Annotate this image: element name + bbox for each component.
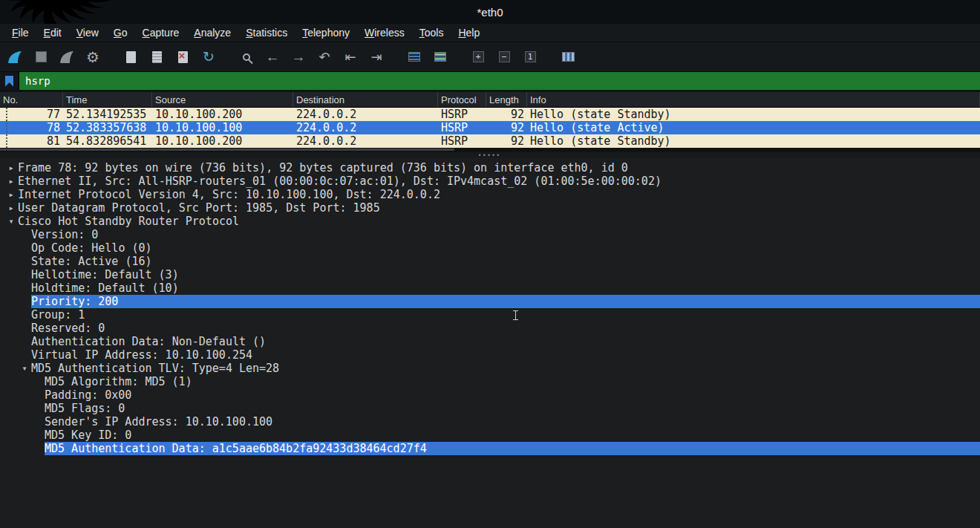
find-packet-button[interactable] bbox=[238, 48, 255, 66]
expand-icon[interactable] bbox=[4, 201, 18, 215]
detail-line-auth-data[interactable]: Authentication Data: Non-Default () bbox=[0, 335, 980, 348]
indent-spacer bbox=[31, 442, 45, 455]
resize-columns-button[interactable] bbox=[559, 48, 577, 66]
pane-splitter[interactable]: ••••• bbox=[0, 152, 980, 158]
detail-line-md5-tlv[interactable]: MD5 Authentication TLV: Type=4 Len=28 bbox=[0, 362, 980, 375]
reload-icon bbox=[200, 49, 217, 65]
indent-spacer bbox=[31, 415, 45, 428]
detail-line-sender-ip[interactable]: Sender's IP Address: 10.10.100.100 bbox=[0, 415, 980, 428]
packet-list-header: No. Time Source Destination Protocol Len… bbox=[0, 92, 980, 108]
packet-row-77[interactable]: 77 52.134192535 10.10.100.200 224.0.0.2 … bbox=[0, 108, 980, 121]
menu-view[interactable]: View bbox=[69, 25, 106, 41]
menu-statistics[interactable]: Statistics bbox=[238, 25, 295, 41]
expand-icon[interactable] bbox=[4, 161, 18, 175]
indent-spacer bbox=[31, 402, 45, 415]
menu-help[interactable]: Help bbox=[451, 25, 487, 41]
detail-line-holdtime[interactable]: Holdtime: Default (10) bbox=[0, 281, 980, 295]
indent-spacer bbox=[4, 268, 18, 281]
collapse-icon[interactable] bbox=[4, 215, 18, 228]
menu-file[interactable]: File bbox=[4, 25, 36, 41]
zoom-original-button[interactable] bbox=[521, 48, 539, 66]
detail-line-version[interactable]: Version: 0 bbox=[0, 228, 980, 241]
detail-line-priority-selected[interactable]: Priority: 200 bbox=[0, 295, 980, 308]
detail-line-state[interactable]: State: Active (16) bbox=[0, 255, 980, 268]
menu-wireless[interactable]: Wireless bbox=[357, 25, 412, 41]
detail-line-frame[interactable]: Frame 78: 92 bytes on wire (736 bits), 9… bbox=[0, 161, 980, 175]
go-forward-button[interactable] bbox=[290, 48, 307, 66]
detail-line-hsrp[interactable]: Cisco Hot Standby Router Protocol bbox=[0, 215, 980, 228]
zoom-out-button[interactable] bbox=[495, 48, 513, 66]
column-header-destination[interactable]: Destination bbox=[293, 92, 438, 107]
indent-spacer bbox=[31, 375, 45, 388]
packet-row-78-selected[interactable]: 78 52.383357638 10.10.100.100 224.0.0.2 … bbox=[0, 121, 980, 134]
indent-spacer bbox=[4, 402, 18, 415]
packet-row-81[interactable]: 81 54.832896541 10.10.100.200 224.0.0.2 … bbox=[0, 134, 980, 148]
detail-line-virtual-ip[interactable]: Virtual IP Address: 10.10.100.254 bbox=[0, 348, 980, 362]
detail-line-group[interactable]: Group: 1 bbox=[0, 308, 980, 322]
indent-spacer bbox=[31, 388, 45, 402]
column-header-length[interactable]: Length bbox=[486, 92, 527, 107]
back-arrow-icon bbox=[264, 49, 281, 65]
go-last-packet-button[interactable] bbox=[368, 48, 385, 66]
zoom-in-button[interactable] bbox=[469, 48, 487, 66]
detail-line-ip[interactable]: Internet Protocol Version 4, Src: 10.10.… bbox=[0, 188, 980, 201]
expand-icon[interactable] bbox=[4, 188, 18, 201]
start-capture-button[interactable] bbox=[6, 48, 24, 66]
last-packet-icon bbox=[368, 49, 385, 65]
cell-protocol: HSRP bbox=[438, 134, 486, 148]
indent-spacer bbox=[4, 375, 18, 388]
detail-line-md5-flags[interactable]: MD5 Flags: 0 bbox=[0, 402, 980, 415]
open-file-button[interactable] bbox=[122, 48, 140, 66]
close-file-button[interactable]: × bbox=[174, 48, 192, 66]
filter-bookmark-button[interactable] bbox=[0, 72, 19, 90]
column-header-protocol[interactable]: Protocol bbox=[438, 92, 486, 107]
go-back-button[interactable] bbox=[264, 48, 281, 66]
packet-rows: 77 52.134192535 10.10.100.200 224.0.0.2 … bbox=[0, 108, 980, 148]
detail-line-hellotime[interactable]: Hellotime: Default (3) bbox=[0, 268, 980, 281]
indent-spacer bbox=[18, 281, 31, 295]
detail-line-padding[interactable]: Padding: 0x00 bbox=[0, 388, 980, 402]
start-capture-icon bbox=[7, 49, 23, 65]
display-filter-input[interactable] bbox=[19, 72, 980, 90]
auto-scroll-icon bbox=[406, 49, 422, 65]
detail-line-md5-key-id[interactable]: MD5 Key ID: 0 bbox=[0, 428, 980, 442]
column-header-source[interactable]: Source bbox=[152, 92, 293, 107]
column-header-info[interactable]: Info bbox=[527, 92, 980, 107]
detail-line-ethernet[interactable]: Ethernet II, Src: All-HSRP-routers_01 (0… bbox=[0, 175, 980, 188]
go-first-packet-button[interactable] bbox=[342, 48, 359, 66]
reload-file-button[interactable] bbox=[200, 48, 218, 66]
collapse-icon[interactable] bbox=[18, 362, 31, 375]
auto-scroll-button[interactable] bbox=[405, 48, 423, 66]
expand-icon[interactable] bbox=[4, 175, 18, 188]
resize-columns-icon bbox=[560, 49, 576, 65]
scrollbar-handle[interactable] bbox=[0, 149, 454, 151]
detail-line-udp[interactable]: User Datagram Protocol, Src Port: 1985, … bbox=[0, 201, 980, 215]
restart-capture-icon bbox=[59, 49, 75, 65]
capture-options-button[interactable] bbox=[84, 48, 102, 66]
cell-no: 81 bbox=[0, 134, 63, 148]
detail-line-opcode[interactable]: Op Code: Hello (0) bbox=[0, 241, 980, 255]
menu-tools[interactable]: Tools bbox=[412, 25, 451, 41]
indent-spacer bbox=[18, 268, 31, 281]
detail-line-reserved[interactable]: Reserved: 0 bbox=[0, 322, 980, 335]
menu-go[interactable]: Go bbox=[106, 25, 135, 41]
indent-spacer bbox=[4, 348, 18, 362]
menu-capture[interactable]: Capture bbox=[135, 25, 187, 41]
column-header-no[interactable]: No. bbox=[0, 92, 63, 107]
column-header-time[interactable]: Time bbox=[63, 92, 152, 107]
indent-spacer bbox=[18, 308, 31, 322]
indent-spacer bbox=[18, 388, 31, 402]
detail-line-md5-algorithm[interactable]: MD5 Algorithm: MD5 (1) bbox=[0, 375, 980, 388]
stop-capture-button[interactable] bbox=[32, 48, 50, 66]
detail-line-md5-auth-data-selected[interactable]: MD5 Authentication Data: a1c5aae6b84b2fa… bbox=[0, 442, 980, 455]
menu-analyze[interactable]: Analyze bbox=[186, 25, 238, 41]
menu-telephony[interactable]: Telephony bbox=[295, 25, 357, 41]
indent-spacer bbox=[18, 241, 31, 255]
go-to-packet-button[interactable] bbox=[316, 48, 333, 66]
menu-edit[interactable]: Edit bbox=[36, 25, 69, 41]
stop-capture-icon bbox=[33, 49, 49, 65]
save-file-button[interactable] bbox=[148, 48, 166, 66]
go-to-packet-icon bbox=[316, 49, 333, 65]
colorize-button[interactable] bbox=[431, 48, 449, 66]
restart-capture-button[interactable] bbox=[58, 48, 76, 66]
